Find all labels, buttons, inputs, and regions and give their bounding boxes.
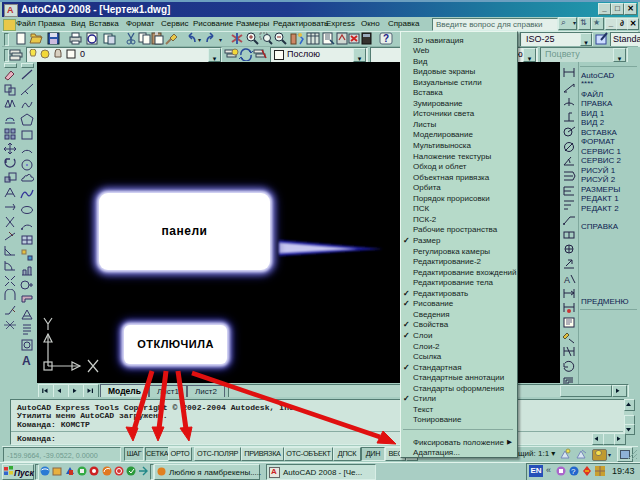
- svg-text:A: A: [22, 354, 31, 366]
- svg-text:?: ?: [383, 33, 389, 44]
- svg-text:A: A: [564, 275, 570, 285]
- svg-text:?: ?: [571, 467, 576, 476]
